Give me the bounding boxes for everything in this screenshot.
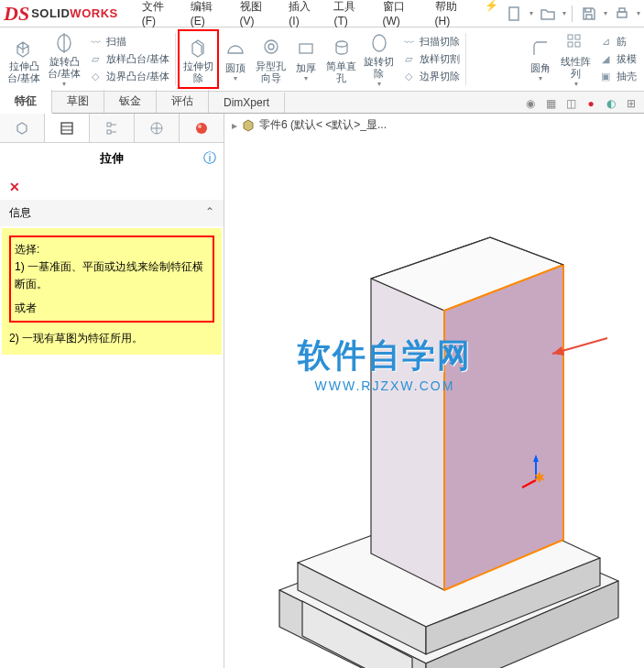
logo-works: WORKS [70,6,117,20]
panel-tab-property[interactable] [45,114,90,142]
breadcrumb-arrow-icon[interactable]: ▸ [232,119,237,132]
boundary-icon: ◇ [88,70,103,84]
workspace: 拉伸 ⓘ ✕ 信息 ⌃ 选择: 1) 一基准面、平面或边线来绘制特征横断面。 或… [0,114,644,668]
svg-rect-12 [568,42,573,47]
help-icon[interactable]: ⓘ [203,150,216,167]
ribbon-sweptcut[interactable]: 〰扫描切除 [399,34,462,50]
ribbon-revolve[interactable]: 旋转凸 台/基体 ▾ [44,29,84,89]
ribbon-stack-1: 〰扫描 ▱放样凸台/基体 ◇边界凸台/基体 [84,29,173,89]
ribbon-loftcut[interactable]: ▱放样切割 [399,51,462,68]
left-panel: 拉伸 ⓘ ✕ 信息 ⌃ 选择: 1) 一基准面、平面或边线来绘制特征横断面。 或… [0,114,224,668]
ribbon-rib[interactable]: ⊿筋 [596,34,639,50]
ribbon-swept[interactable]: 〰扫描 [86,34,171,50]
ribbon-cut[interactable]: 拉伸切 除 [178,29,219,89]
ribbon-boundcut[interactable]: ◇边界切除 [399,69,462,85]
tab-sketch[interactable]: 草图 [52,90,104,113]
close-button[interactable]: ✕ [0,174,224,200]
ribbon-boundary[interactable]: ◇边界凸台/基体 [86,69,171,85]
or-label: 或者 [15,300,209,317]
breadcrumb: ▸ 零件6 (默认< <默认>_显... [224,114,644,137]
menu-tools[interactable]: 工具(T) [328,0,375,31]
svg-rect-11 [575,35,580,39]
revolve-icon [51,31,77,55]
ribbon: 拉伸凸 台/基体 旋转凸 台/基体 ▾ 〰扫描 ▱放样凸台/基体 ◇边界凸台/基… [0,27,644,92]
ribbon-shell[interactable]: ▣抽壳 [596,69,639,85]
svg-rect-1 [617,12,627,17]
dome-icon [223,36,248,61]
appearance-icon[interactable]: ● [582,94,600,113]
view-orientation-icon[interactable]: ◉ [521,94,540,113]
section-icon[interactable]: ◫ [562,94,580,113]
panel-tab-config[interactable] [90,114,135,142]
chevron-up-icon: ⌃ [205,205,214,221]
svg-text:✱: ✱ [534,470,545,485]
ribbon-thicken[interactable]: 加厚 ▾ [289,29,322,89]
rib-icon: ⊿ [598,35,613,49]
ribbon-simple[interactable]: 简单直 孔 [322,29,360,89]
chevron-down-icon: ▾ [539,74,542,82]
tab-dimxpert[interactable]: DimXpert [209,93,285,113]
panel-tab-dimxpert[interactable] [135,114,180,142]
menubar: DS SOLIDWORKS 文件(F) 编辑(E) 视图(V) 插入(I) 工具… [0,0,644,27]
qat-new-icon[interactable] [504,3,526,25]
svg-point-25 [198,125,202,128]
chevron-down-icon: ▾ [234,74,237,82]
panel-tab-appearance[interactable] [180,114,224,142]
panel-tab-feature-tree[interactable] [0,114,45,142]
tab-sheet[interactable]: 钣金 [104,90,157,113]
ribbon-stack-2: 〰扫描切除 ▱放样切割 ◇边界切除 [398,29,464,89]
panel-header: 拉伸 ⓘ [0,143,224,174]
menu-items: 文件(F) 编辑(E) 视图(V) 插入(I) 工具(T) 窗口(W) 帮助(H… [136,0,504,31]
tabbar: 特征 草图 钣金 评估 DimXpert ◉ ▦ ◫ ● ◐ ⊞ [0,92,644,114]
thicken-icon [293,36,319,61]
ribbon-hole[interactable]: 异型孔 向导 [252,29,289,89]
ribbon-loft[interactable]: ▱放样凸台/基体 [86,51,171,68]
ribbon-dome[interactable]: 圆顶 ▾ [219,29,252,89]
svg-point-24 [196,123,207,134]
menu-window[interactable]: 窗口(W) [377,0,428,31]
viewport[interactable]: ▸ 零件6 (默认< <默认>_显... [224,114,644,668]
watermark: 软件自学网 WWW.RJZXW.COM [298,334,472,393]
svg-marker-35 [444,265,563,590]
scene-icon[interactable]: ◐ [602,94,620,113]
ribbon-fillet[interactable]: 圆角 ▾ [524,29,557,89]
chevron-down-icon: ▾ [62,80,66,88]
boundcut-icon: ◇ [401,70,416,84]
menu-file[interactable]: 文件(F) [136,0,183,31]
breadcrumb-part[interactable]: 零件6 (默认< <默认>_显... [259,117,387,133]
tab-feature[interactable]: 特征 [0,90,52,114]
info-section-header[interactable]: 信息 ⌃ [0,200,224,226]
panel-tabs [0,114,224,143]
option-2: 2) 一现有草图为特征所用。 [9,330,214,347]
qat-save-icon[interactable] [578,3,600,25]
ribbon-pattern[interactable]: 线性阵 列 ▾ [557,29,595,89]
chevron-down-icon: ▾ [574,80,578,88]
svg-marker-41 [533,454,539,462]
svg-point-5 [265,40,278,53]
pattern-icon [563,31,589,55]
qat-print-icon[interactable] [611,3,633,25]
menu-insert[interactable]: 插入(I) [283,0,326,31]
menu-view[interactable]: 视图(V) [235,0,282,31]
menu-search[interactable]: ⚡ [479,0,504,31]
ribbon-revcut[interactable]: 旋转切 除 ▾ [360,29,398,89]
extrude-icon [11,34,37,60]
shell-icon: ▣ [598,70,613,84]
qat-open-icon[interactable] [537,3,559,25]
swept-icon: 〰 [88,35,103,49]
tab-eval[interactable]: 评估 [157,90,209,113]
ribbon-extrude[interactable]: 拉伸凸 台/基体 [4,29,44,89]
display-style-icon[interactable]: ▦ [541,94,560,113]
model-3d [252,178,637,668]
origin-triad-icon: ✱ [518,453,554,489]
menu-edit[interactable]: 编辑(E) [185,0,233,31]
menu-help[interactable]: 帮助(H) [430,0,477,31]
draft-icon: ◢ [598,52,613,67]
render-icon[interactable]: ⊞ [622,94,640,113]
watermark-main: 软件自学网 [298,334,472,378]
svg-rect-0 [509,7,518,20]
model-area[interactable]: 软件自学网 WWW.RJZXW.COM ✱ [224,141,644,668]
svg-marker-39 [552,346,564,356]
ribbon-draft[interactable]: ◢拔模 [596,51,639,68]
svg-marker-34 [371,279,444,590]
